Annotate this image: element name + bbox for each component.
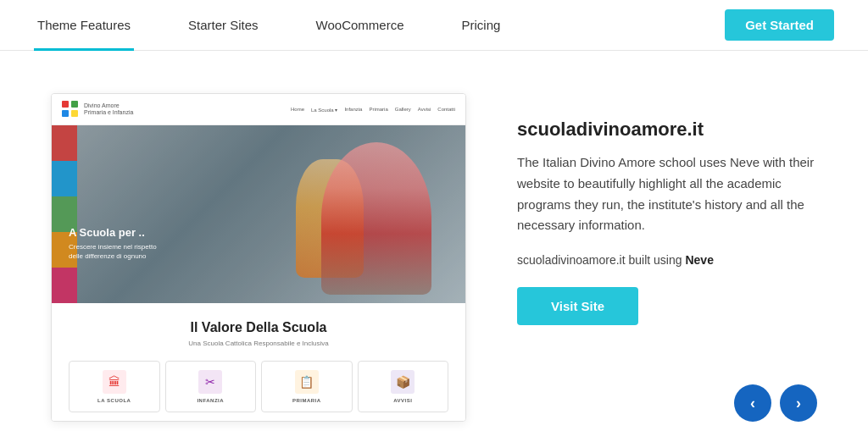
- mockup-body: Il Valore Della Scuola Una Scuola Cattol…: [52, 303, 465, 421]
- infanzia-icon: ✂: [198, 370, 222, 394]
- get-started-button[interactable]: Get Started: [725, 9, 834, 41]
- mockup-logo-squares: [62, 101, 79, 118]
- next-button[interactable]: ›: [780, 384, 817, 422]
- nav-item-theme-features[interactable]: Theme Features: [34, 0, 134, 51]
- mockup-figure-1: [321, 142, 431, 295]
- mockup-icon-la-scuola: 🏛 LA SCUOLA: [69, 361, 160, 412]
- site-link[interactable]: scuoladivinoamore.it: [517, 253, 626, 267]
- mockup-hero-heading: A Scuola per ..: [69, 226, 157, 239]
- nav-item-starter-sites[interactable]: Starter Sites: [185, 0, 262, 51]
- site-title: scuoladivinoamore.it: [517, 119, 817, 141]
- mockup-link-home: Home: [291, 107, 304, 113]
- primaria-icon: 📋: [295, 370, 319, 394]
- mockup-link-avvisi: Avvisi: [418, 107, 431, 113]
- mockup-link-primaria: Primaria: [369, 107, 387, 113]
- mockup-hero-text: A Scuola per .. Crescere insieme nel ris…: [69, 226, 157, 261]
- main-nav: Theme Features Starter Sites WooCommerce…: [0, 0, 868, 51]
- theme-name: Neve: [685, 253, 713, 267]
- mockup-logo: Divino Amore Primaria e Infanzia: [62, 101, 133, 118]
- mockup-link-gallery: Gallery: [395, 107, 411, 113]
- site-link-line: scuoladivinoamore.it built using Neve: [517, 253, 817, 267]
- mockup-hero: A Scuola per .. Crescere insieme nel ris…: [52, 125, 465, 303]
- visit-site-button[interactable]: Visit Site: [517, 287, 638, 325]
- mockup-icon-primaria: 📋 PRIMARIA: [261, 361, 353, 412]
- main-container: Divino Amore Primaria e Infanzia Home La…: [0, 51, 868, 431]
- mockup-link-infanzia: Infanzia: [344, 107, 362, 113]
- sq-blue: [62, 110, 69, 117]
- site-description: The Italian Divino Amore school uses Nev…: [517, 152, 817, 236]
- la-scuola-label: LA SCUOLA: [97, 398, 131, 403]
- mockup-nav-links: Home La Scuola ▾ Infanzia Primaria Galle…: [291, 107, 455, 113]
- la-scuola-icon: 🏛: [103, 370, 126, 394]
- mockup-link-scuola: La Scuola ▾: [311, 107, 337, 113]
- nav-items: Theme Features Starter Sites WooCommerce…: [34, 0, 725, 51]
- sq-yellow: [71, 110, 78, 117]
- mockup-logo-text: Divino Amore Primaria e Infanzia: [84, 102, 133, 117]
- avvisi-label: AVVISI: [393, 398, 412, 403]
- site-mockup: Divino Amore Primaria e Infanzia Home La…: [51, 93, 466, 422]
- primaria-label: PRIMARIA: [292, 398, 321, 403]
- mockup-icons-row: 🏛 LA SCUOLA ✂ INFANZIA 📋 PRIMARIA 📦 AVVI…: [69, 361, 448, 412]
- mockup-nav-bar: Divino Amore Primaria e Infanzia Home La…: [52, 94, 465, 125]
- mockup-hero-subtext: Crescere insieme nel rispettodelle diffe…: [69, 242, 157, 261]
- mockup-body-subtitle: Una Scuola Cattolica Responsabile e Incl…: [69, 340, 448, 347]
- avvisi-icon: 📦: [391, 370, 415, 394]
- nav-item-woocommerce[interactable]: WooCommerce: [313, 0, 408, 51]
- main-content: Divino Amore Primaria e Infanzia Home La…: [0, 51, 868, 431]
- pagination: ‹ ›: [734, 384, 817, 422]
- mockup-link-contatti: Contatti: [437, 107, 455, 113]
- nav-item-pricing[interactable]: Pricing: [459, 0, 504, 51]
- sq-red: [62, 101, 69, 108]
- infanzia-label: INFANZIA: [197, 398, 224, 403]
- mockup-icon-infanzia: ✂ INFANZIA: [165, 361, 257, 412]
- prev-button[interactable]: ‹: [734, 384, 771, 422]
- mockup-body-title: Il Valore Della Scuola: [69, 320, 448, 335]
- sq-green: [71, 101, 78, 108]
- content-side: scuoladivinoamore.it The Italian Divino …: [517, 93, 817, 325]
- link-suffix: built using: [626, 253, 686, 267]
- mockup-icon-avvisi: 📦 AVVISI: [358, 361, 449, 412]
